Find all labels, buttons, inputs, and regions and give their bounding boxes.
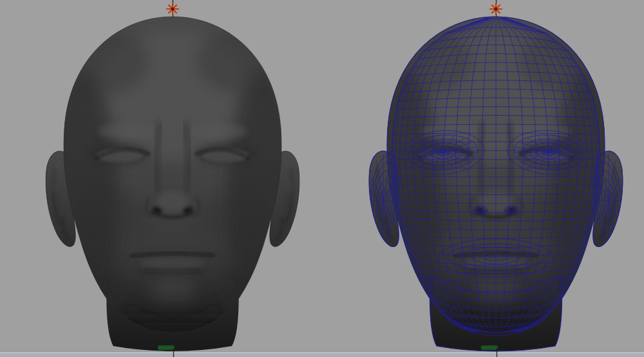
viewport-capture bbox=[0, 0, 644, 357]
viewport-panel-shaded[interactable] bbox=[0, 0, 322, 357]
pivot-star-icon[interactable] bbox=[167, 4, 178, 14]
viewport-panel-wireframe[interactable] bbox=[322, 0, 644, 357]
origin-marker[interactable] bbox=[158, 345, 175, 350]
head-model-shaded[interactable] bbox=[46, 17, 299, 357]
origin-marker[interactable] bbox=[481, 345, 498, 350]
pivot-star-icon[interactable] bbox=[490, 4, 502, 14]
